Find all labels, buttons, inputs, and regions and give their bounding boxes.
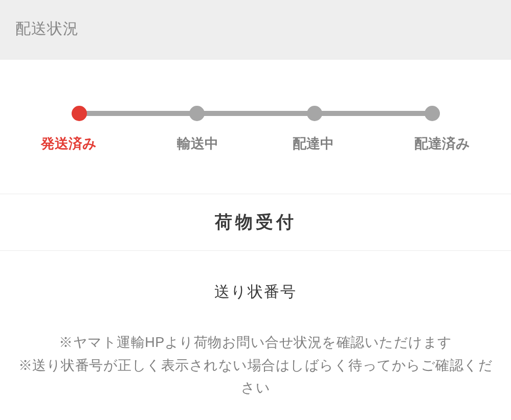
progress-node-out-for-delivery	[307, 106, 322, 121]
progress-node-in-transit	[189, 106, 205, 121]
page-title: 配送状況	[15, 18, 496, 39]
tracking-number-label: 送り状番号	[15, 282, 496, 302]
progress-node-shipped	[72, 106, 87, 121]
tracking-section: 送り状番号 ※ヤマト運輸HPより荷物お問い合せ状況を確認いただけます ※送り状番…	[0, 251, 511, 410]
progress-track	[72, 106, 440, 121]
status-title: 荷物受付	[0, 211, 511, 234]
status-band: 荷物受付	[0, 194, 511, 251]
progress-label-shipped: 発送済み	[41, 134, 123, 153]
progress-label-in-transit: 輸送中	[157, 134, 238, 153]
delivery-progress: 発送済み 輸送中 配達中 配達済み	[0, 60, 511, 194]
page-header: 配送状況	[0, 0, 511, 60]
progress-label-out-for-delivery: 配達中	[273, 134, 354, 153]
progress-labels: 発送済み 輸送中 配達中 配達済み	[56, 134, 455, 153]
tracking-note-2: ※送り状番号が正しく表示されない場合はしばらく待ってからご確認ください	[15, 354, 496, 400]
progress-nodes	[72, 106, 440, 121]
progress-label-delivered: 配達済み	[388, 134, 470, 153]
progress-node-delivered	[425, 106, 440, 121]
tracking-note-1: ※ヤマト運輸HPより荷物お問い合せ状況を確認いただけます	[15, 331, 496, 354]
